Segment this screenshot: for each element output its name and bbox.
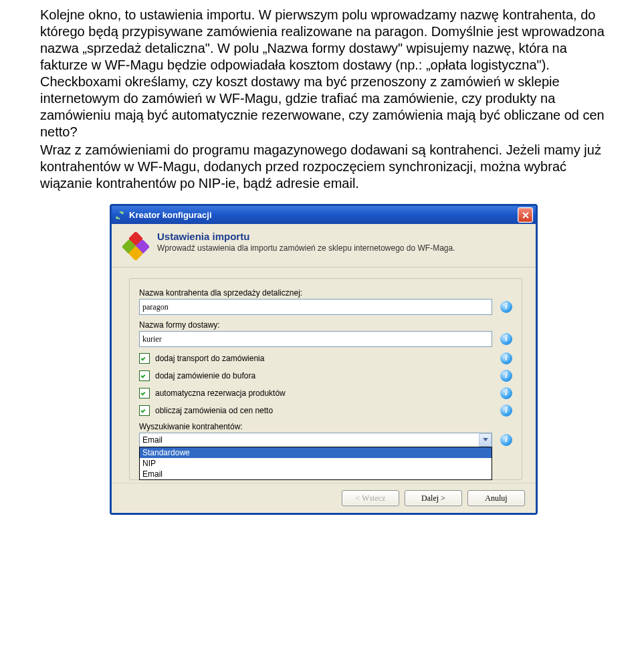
close-icon — [522, 212, 529, 219]
dropdown-button[interactable] — [479, 433, 492, 447]
delivery-name-label: Nazwa formy dostawy: — [139, 320, 512, 330]
dialog-window: Kreator konfiguracji Ustawienia importu … — [110, 204, 538, 515]
wizard-icon — [122, 232, 149, 259]
titlebar: Kreator konfiguracji — [112, 206, 536, 224]
select-value: Email — [142, 435, 163, 445]
cancel-button[interactable]: Anuluj — [467, 490, 525, 506]
checkbox-label: dodaj transport do zamówienia — [155, 354, 492, 363]
dropdown-option[interactable]: NIP — [140, 458, 492, 469]
contractor-search-select[interactable]: Email — [139, 433, 492, 447]
retail-name-label: Nazwa kontrahenta dla sprzedaży detalicz… — [139, 288, 512, 298]
dialog-footer: < Wstecz Dalej > Anuluj — [112, 483, 536, 513]
checkbox-label: automatyczna rezerwacja produktów — [155, 388, 492, 398]
close-button[interactable] — [518, 207, 533, 223]
checkbox-label: dodaj zamówienie do bufora — [155, 371, 492, 380]
checkbox-add-buffer[interactable] — [139, 370, 150, 381]
dialog-header: Ustawienia importu Wprowadź ustawienia d… — [112, 224, 536, 267]
checkbox-add-transport[interactable] — [139, 353, 150, 364]
info-icon[interactable] — [500, 301, 512, 313]
delivery-name-input[interactable] — [139, 331, 492, 347]
dropdown-option[interactable]: Email — [140, 469, 492, 479]
checkbox-label: obliczaj zamówienia od cen netto — [155, 406, 492, 415]
chevron-down-icon — [483, 438, 488, 442]
retail-name-input[interactable] — [139, 299, 492, 315]
header-title: Ustawienia importu — [157, 231, 455, 242]
contractor-search-label: Wyszukiwanie kontrahentów: — [139, 422, 512, 431]
info-icon[interactable] — [500, 352, 512, 364]
settings-frame: Nazwa kontrahenta dla sprzedaży detalicz… — [129, 278, 522, 480]
info-icon[interactable] — [500, 405, 512, 417]
dropdown-list: Standardowe NIP Email — [139, 447, 492, 480]
info-icon[interactable] — [500, 333, 512, 345]
window-title: Kreator konfiguracji — [129, 210, 212, 220]
app-sync-icon — [114, 210, 125, 221]
doc-paragraph-2: Wraz z zamówieniami do programu magazyno… — [40, 142, 615, 192]
header-subtitle: Wprowadź ustawienia dla importu zamówień… — [157, 243, 455, 253]
dropdown-option[interactable]: Standardowe — [140, 447, 492, 458]
checkbox-netto-prices[interactable] — [139, 405, 150, 416]
info-icon[interactable] — [500, 370, 512, 382]
info-icon[interactable] — [500, 434, 512, 446]
next-button[interactable]: Dalej > — [405, 490, 462, 506]
info-icon[interactable] — [500, 387, 512, 399]
checkbox-auto-reservation[interactable] — [139, 388, 150, 399]
back-button[interactable]: < Wstecz — [342, 490, 399, 506]
doc-paragraph-1: Kolejne okno, to ustawienia importu. W p… — [40, 7, 615, 140]
